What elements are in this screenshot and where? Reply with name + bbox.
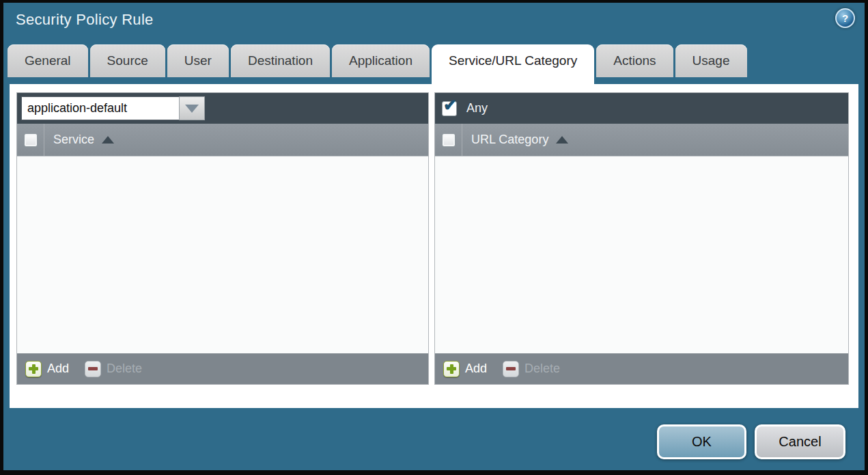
url-category-panel-footer: Add Delete [435,353,848,384]
url-category-column-label[interactable]: URL Category [471,133,548,147]
any-checkbox-row: ✔ Any [435,93,848,124]
add-button-label: Add [47,362,69,376]
sort-ascending-icon [102,136,114,144]
service-column-label[interactable]: Service [53,133,94,147]
url-category-panel: ✔ Any URL Category Add Delete [434,92,849,385]
add-plus-icon [443,361,460,377]
delete-button-label: Delete [107,362,142,376]
help-icon-glyph: ? [842,12,848,24]
delete-minus-icon [85,361,101,377]
ok-button[interactable]: OK [657,424,746,459]
service-panel: application-default Service Add [16,92,429,385]
delete-button-label: Delete [524,362,560,376]
tab-actions[interactable]: Actions [596,44,673,77]
checkmark-icon: ✔ [443,97,457,113]
service-type-dropdown-button[interactable] [179,96,205,120]
service-list-body[interactable] [17,157,428,353]
column-separator [462,124,462,156]
service-column-header-row: Service [17,124,428,157]
cancel-button[interactable]: Cancel [755,424,845,459]
url-category-add-button[interactable]: Add [443,361,487,377]
url-category-panel-header: ✔ Any [435,93,848,124]
tab-general[interactable]: General [8,44,88,77]
url-category-list-body[interactable] [435,157,848,353]
tab-strip: General Source User Destination Applicat… [8,44,747,87]
tab-source[interactable]: Source [90,44,165,77]
service-delete-button[interactable]: Delete [85,361,142,377]
security-policy-rule-dialog: { "window": { "title": "Security Policy … [0,0,868,475]
tab-usage[interactable]: Usage [675,44,747,77]
delete-minus-icon [503,361,519,377]
service-panel-header: application-default [17,93,428,124]
tab-application[interactable]: Application [332,44,430,77]
service-type-dropdown-value: application-default [21,96,179,120]
service-type-dropdown[interactable]: application-default [21,96,205,120]
url-category-select-all-checkbox[interactable] [442,133,456,147]
help-icon[interactable]: ? [835,8,855,28]
tab-user[interactable]: User [167,44,229,77]
service-panel-footer: Add Delete [17,353,428,384]
any-checkbox-label: Any [466,101,488,116]
tab-service-url-category[interactable]: Service/URL Category [432,44,594,87]
url-category-delete-button[interactable]: Delete [503,361,560,377]
add-plus-icon [25,361,42,377]
tab-content-area: application-default Service Add [10,84,858,408]
add-button-label: Add [465,362,487,376]
url-category-column-header-row: URL Category [435,124,848,157]
dialog-frame: Security Policy Rule ? General Source Us… [3,3,865,470]
service-add-button[interactable]: Add [25,361,69,377]
tab-destination[interactable]: Destination [231,44,330,77]
sort-ascending-icon [556,136,568,144]
service-select-all-checkbox[interactable] [24,133,38,147]
chevron-down-icon [185,105,199,113]
column-separator [44,124,44,156]
any-checkbox[interactable]: ✔ [442,101,457,116]
dialog-title: Security Policy Rule [16,11,154,29]
